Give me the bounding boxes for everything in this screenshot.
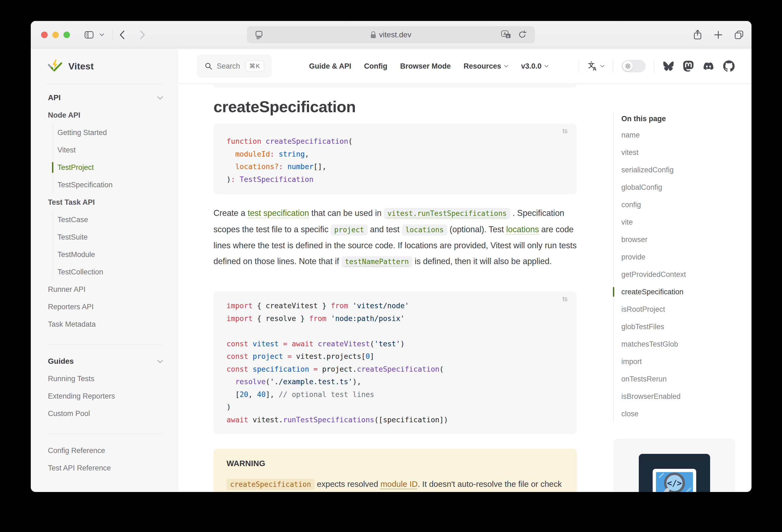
translate-button[interactable]: A a [501,30,512,40]
back-button[interactable] [118,21,126,48]
outline-link-isbrowserenabled[interactable]: isBrowserEnabled [621,388,735,405]
outline-link-matchestestglob[interactable]: matchesTestGlob [621,335,735,353]
outline-link-createspecification[interactable]: createSpecification [621,283,735,300]
chevron-down-icon [157,360,163,363]
outline-link-isrootproject[interactable]: isRootProject [621,300,735,318]
plus-icon [714,30,723,39]
text-link[interactable]: locations [506,225,539,234]
reader-icon[interactable] [255,30,263,41]
outline-link-browser[interactable]: browser [621,231,735,248]
address-bar[interactable]: vitest.dev A a [247,26,535,43]
outline-link-globalconfig[interactable]: globalConfig [621,179,735,196]
share-button[interactable] [693,21,702,48]
forward-button[interactable] [139,21,146,48]
theme-toggle[interactable] [621,60,646,72]
mastodon-icon[interactable] [683,61,694,72]
outline-link-globtestfiles[interactable]: globTestFiles [621,318,735,335]
share-icon [693,29,702,41]
tab-group-dropdown[interactable] [99,21,104,48]
sidebar-item-custom-pool[interactable]: Custom Pool [48,405,163,422]
site-header: Search ⌘K Guide & APIConfigBrowser ModeR… [178,48,751,84]
sidebar-item-label: Runner API [48,285,85,294]
sidebar-item-guides[interactable]: Guides [48,353,163,370]
sidebar-item-running-tests[interactable]: Running Tests [48,370,163,387]
toolbar-separator [112,29,113,41]
site-logo[interactable]: Vitest [31,48,178,84]
search-label: Search [217,62,240,71]
back-chevron-icon [118,29,126,40]
sidebar-item-label: Node API [48,111,80,119]
inline-code: createSpecification [226,479,315,490]
url-text: vitest.dev [379,31,411,39]
outline-link-config[interactable]: config [621,196,735,213]
forward-chevron-icon [139,29,146,40]
inline-code: project [331,224,368,236]
outline-link-vite[interactable]: vite [621,213,735,231]
reload-button[interactable] [518,30,527,40]
outline-link-provide[interactable]: provide [621,248,735,266]
new-tab-button[interactable] [714,21,723,48]
sidebar-item-testcase[interactable]: TestCase [53,211,163,228]
inline-code-link[interactable]: testNamePattern [342,256,413,268]
language-menu[interactable]: A [588,61,604,71]
bluesky-icon[interactable] [663,61,674,71]
code-line: resolve('./example.test.ts'), [226,376,564,388]
sidebar-item-test-task-api[interactable]: Test Task API [48,193,163,211]
code-line: const specification = project.createSpec… [226,363,564,376]
outline-link-ontestsrerun[interactable]: onTestsRerun [621,370,735,388]
sidebar-group: Getting StartedVitestTestProjectTestSpec… [52,124,163,193]
nav-config[interactable]: Config [364,62,387,71]
vitest-logo-icon [47,58,63,74]
svg-text:</>: </> [667,478,681,488]
sidebar-item-api[interactable]: API [48,89,163,106]
code-line: import { createVitest } from 'vitest/nod… [226,299,564,312]
github-icon[interactable] [723,61,735,72]
outline-link-name[interactable]: name [621,126,735,144]
inline-code-link[interactable]: vitest.runTestSpecifications [384,208,510,219]
sidebar-item-runner-api[interactable]: Runner API [48,281,163,298]
outline-link-close[interactable]: close [621,405,735,423]
tab-overview-button[interactable] [734,21,744,48]
nav-guide-api[interactable]: Guide & API [309,62,351,71]
sidebar-item-testcollection[interactable]: TestCollection [53,263,163,281]
sidebar-item-config-reference[interactable]: Config Reference [48,442,163,459]
outline-link-getprovidedcontext[interactable]: getProvidedContext [621,266,735,283]
sidebar-toggle-button[interactable] [84,21,94,48]
previous-code-block-partial [213,84,577,88]
outline-title: On this page [621,111,735,126]
sidebar-item-label: Task Metadata [48,320,96,329]
nav-resources[interactable]: Resources [464,62,508,71]
nav-v3-0-0[interactable]: v3.0.0 [521,62,549,71]
sidebar-item-extending-reporters[interactable]: Extending Reporters [48,387,163,405]
text-link[interactable]: module ID [380,480,418,489]
zoom-window-button[interactable] [64,32,70,38]
sidebar-item-node-api[interactable]: Node API [48,106,163,124]
code-line: ): TestSpecification [226,173,564,186]
sidebar-item-testproject[interactable]: TestProject [53,159,163,176]
code-lang-label: ts [563,128,567,135]
sidebar-item-vitest[interactable]: Vitest [53,141,163,159]
search-button[interactable]: Search ⌘K [197,55,272,78]
sidebar-item-label: Config Reference [48,447,105,455]
outline-link-serializedconfig[interactable]: serializedConfig [621,161,735,179]
chevron-down-icon [157,96,163,100]
close-window-button[interactable] [41,32,48,38]
sidebar-item-testspecification[interactable]: TestSpecification [53,176,163,193]
sidebar-item-test-api-reference[interactable]: Test API Reference [48,459,163,477]
sponsor-ad-card[interactable]: </> [613,438,735,492]
sidebar-item-testmodule[interactable]: TestModule [53,246,163,263]
discord-icon[interactable] [703,61,714,71]
sidebar-item-getting-started[interactable]: Getting Started [53,124,163,141]
code-line: [20, 40], // optional test lines [226,388,564,401]
sidebar-item-testsuite[interactable]: TestSuite [53,228,163,246]
minimize-window-button[interactable] [52,32,59,38]
code-line: import { resolve } from 'node:path/posix… [226,312,564,325]
code-lang-label: ts [563,295,567,303]
text-link[interactable]: test specification [248,208,309,217]
outline-link-import[interactable]: import [621,353,735,370]
outline-link-vitest[interactable]: vitest [621,144,735,161]
sidebar-item-task-metadata[interactable]: Task Metadata [48,316,163,333]
sidebar-item-reporters-api[interactable]: Reporters API [48,298,163,316]
sidebar-item-label: Test API Reference [48,464,111,472]
nav-browser-mode[interactable]: Browser Mode [400,62,451,71]
